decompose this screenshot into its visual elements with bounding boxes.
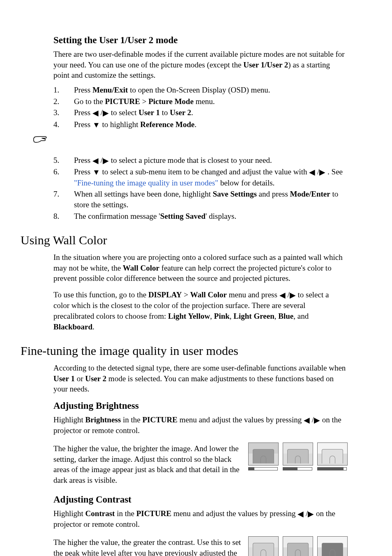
step-2: 2. Go to the PICTURE > Picture Mode menu… xyxy=(53,96,347,107)
step-4: 4. Press ▼ to highlight Reference Mode. xyxy=(53,119,347,130)
left-triangle-icon: ◀ xyxy=(92,108,99,118)
heading-setting-user-mode: Setting the User 1/User 2 mode xyxy=(53,34,347,46)
step-8: 8. The confirmation message 'Setting Sav… xyxy=(53,211,347,222)
steps-list-a: 1. Press Menu/Exit to open the On-Screen… xyxy=(53,85,347,130)
wall-color-p1: In the situation where you are projectin… xyxy=(53,252,347,284)
down-triangle-icon: ▼ xyxy=(92,120,100,130)
left-triangle-icon: ◀ xyxy=(297,509,304,519)
brightness-bar-low xyxy=(248,467,278,470)
brightness-p1: Highlight Brightness in the PICTURE menu… xyxy=(53,415,347,436)
contrast-thumb-low-icon xyxy=(248,536,279,556)
brightness-p2: The higher the value, the brighter the i… xyxy=(53,443,243,486)
step-7: 7. When all settings have been done, hig… xyxy=(53,189,347,210)
contrast-p2: The higher the value, the greater the co… xyxy=(53,537,243,556)
cross-reference-link[interactable]: "Fine-tuning the image quality in user m… xyxy=(74,178,218,187)
brightness-bar-high xyxy=(317,467,347,470)
contrast-thumb-high-icon xyxy=(317,536,348,556)
contrast-thumb-mid-icon xyxy=(283,536,313,556)
step-3: 3. Press ◀ /▶ to select User 1 to User 2… xyxy=(53,107,347,118)
contrast-thumbnails xyxy=(248,535,347,556)
heading-fine-tuning: Fine-tuning the image quality in user mo… xyxy=(21,343,347,359)
left-triangle-icon: ◀ xyxy=(304,415,310,426)
right-triangle-icon: ▶ xyxy=(290,290,296,301)
fine-tuning-intro: According to the detected signal type, t… xyxy=(53,363,347,394)
down-triangle-icon: ▼ xyxy=(92,167,100,178)
right-triangle-icon: ▶ xyxy=(308,509,314,519)
step-6: 6. Press ▼ to select a sub-menu item to … xyxy=(53,167,347,188)
left-triangle-icon: ◀ xyxy=(279,290,286,301)
brightness-thumb-high-icon xyxy=(317,442,348,466)
brightness-bar-mid xyxy=(283,467,312,470)
wall-color-p2: To use this function, go to the DISPLAY … xyxy=(53,290,347,332)
contrast-p1: Highlight Contrast in the PICTURE menu a… xyxy=(53,508,347,530)
left-triangle-icon: ◀ xyxy=(309,167,315,178)
left-triangle-icon: ◀ xyxy=(92,155,99,166)
steps-list-b: 5. Press ◀ /▶ to select a picture mode t… xyxy=(53,155,347,222)
brightness-thumb-low-icon xyxy=(248,442,279,466)
right-triangle-icon: ▶ xyxy=(314,415,320,426)
right-triangle-icon: ▶ xyxy=(103,108,109,118)
heading-brightness: Adjusting Brightness xyxy=(53,399,347,412)
step-1: 1. Press Menu/Exit to open the On-Screen… xyxy=(53,85,347,95)
right-triangle-icon: ▶ xyxy=(319,167,325,178)
note-hand-icon xyxy=(33,134,347,144)
intro-paragraph: There are two user-definable modes if th… xyxy=(53,49,347,81)
brightness-thumbnails xyxy=(248,441,347,488)
heading-contrast: Adjusting Contrast xyxy=(53,493,347,506)
brightness-thumb-mid-icon xyxy=(283,442,313,466)
step-5: 5. Press ◀ /▶ to select a picture mode t… xyxy=(53,155,347,166)
heading-wall-color: Using Wall Color xyxy=(21,232,347,249)
document-page: Setting the User 1/User 2 mode There are… xyxy=(0,0,392,556)
right-triangle-icon: ▶ xyxy=(103,155,109,166)
